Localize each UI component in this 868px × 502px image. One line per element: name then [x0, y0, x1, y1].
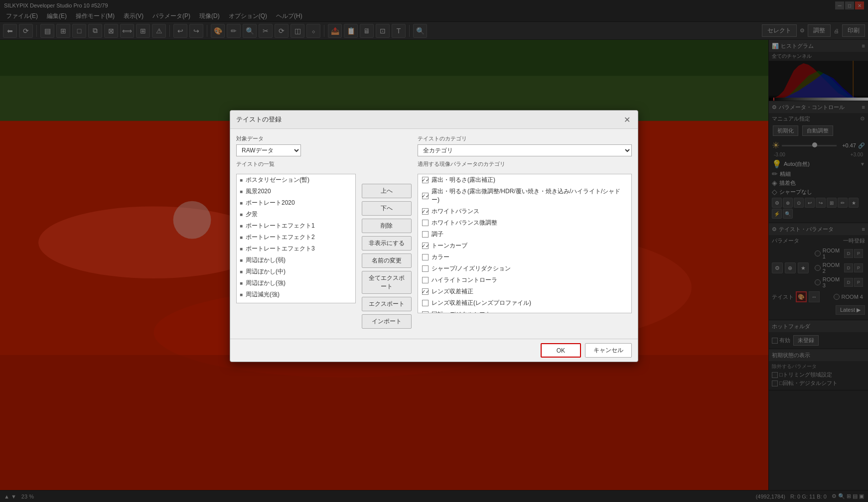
category-select[interactable]: 全カテゴリ	[418, 144, 632, 156]
cat-label-5: トーンカーブ	[432, 242, 467, 250]
cat-item-2[interactable]: ✓ ホワイトバランス	[418, 206, 631, 217]
cat-label-11: 回転・デジタルシフト	[432, 310, 491, 313]
cat-cb-7[interactable]	[422, 265, 429, 272]
cat-cb-8[interactable]	[422, 277, 429, 283]
delete-button[interactable]: 削除	[362, 219, 412, 233]
taste-item-7[interactable]: ■ 周辺ぼかし(弱)	[237, 254, 355, 266]
cancel-button[interactable]: キャンセル	[585, 343, 632, 358]
import-button[interactable]: インポート	[362, 314, 412, 329]
taste-list-label-col: テイストの一覧	[236, 160, 356, 170]
taste-item-2[interactable]: ■ ポートレート2020	[237, 197, 355, 209]
cat-item-3[interactable]: ホワイトバランス微調整	[418, 217, 631, 229]
apply-category-col: 適用する現像パラメータのカテゴリ	[418, 160, 632, 170]
export-all-button[interactable]: 全てエクスポート	[362, 271, 412, 294]
cat-label-9: レンズ収差補正	[432, 287, 473, 296]
taste-item-8[interactable]: ■ 周辺ぼかし(中)	[237, 266, 355, 277]
spacer-col	[362, 135, 412, 156]
cat-cb-10[interactable]	[422, 300, 429, 306]
dialog-main-row: ■ ポスタリゼーション(暫) ■ 風景2020 ■ ポートレート2020 ■	[236, 174, 632, 329]
cat-item-1[interactable]: ✓ 露出・明るさ(露出微調整/HDR/覆い焼き・焼き込み/ハイライト/シャドー)	[418, 186, 631, 206]
cat-label-0: 露出・明るさ(露出補正)	[432, 176, 495, 184]
dialog-close-button[interactable]: ✕	[622, 115, 632, 125]
taste-actions-col: 上へ 下へ 削除 非表示にする 名前の変更 全てエクスポート エクスポート イン…	[362, 174, 412, 329]
cat-item-9[interactable]: ✓ レンズ収差補正	[418, 286, 631, 297]
cat-label-10: レンズ収差補正(レンズプロファイル)	[432, 299, 531, 307]
bullet-9: ■	[240, 280, 243, 286]
target-data-label: 対象データ	[236, 135, 356, 142]
cat-cb-2[interactable]: ✓	[422, 208, 429, 215]
taste-list[interactable]: ■ ポスタリゼーション(暫) ■ 風景2020 ■ ポートレート2020 ■	[236, 174, 356, 303]
taste-item-3[interactable]: ■ 夕景	[237, 209, 355, 220]
dialog-labels-row: 対象データ RAWデータ テイストのカテゴリ 全カテゴリ	[236, 135, 632, 156]
cat-item-0[interactable]: ✓ 露出・明るさ(露出補正)	[418, 174, 631, 186]
dialog-titlebar: テイストの登録 ✕	[230, 111, 638, 129]
category-list[interactable]: ✓ 露出・明るさ(露出補正) ✓ 露出・明るさ(露出微調整/HDR/覆い焼き・焼…	[418, 174, 632, 313]
cat-label-3: ホワイトバランス微調整	[432, 219, 497, 227]
rename-button[interactable]: 名前の変更	[362, 253, 412, 268]
cat-cb-3[interactable]	[422, 220, 429, 226]
cat-cb-1[interactable]: ✓	[422, 193, 429, 199]
dialog-footer: OK キャンセル	[230, 339, 638, 362]
apply-category-label: 適用する現像パラメータのカテゴリ	[418, 160, 632, 168]
taste-list-label: テイストの一覧	[236, 160, 356, 168]
taste-item-9[interactable]: ■ 周辺ぼかし(強)	[237, 277, 355, 289]
cat-cb-5[interactable]: ✓	[422, 243, 429, 249]
bullet-4: ■	[240, 223, 243, 229]
cat-label-7: シャープ/ノイズリダクション	[432, 264, 511, 273]
cat-cb-11[interactable]	[422, 311, 429, 313]
bullet-3: ■	[240, 212, 243, 217]
bullet-1: ■	[240, 189, 243, 194]
taste-item-5[interactable]: ■ ポートレートエフェクト2	[237, 232, 355, 243]
up-button[interactable]: 上へ	[362, 184, 412, 198]
cat-cb-9[interactable]: ✓	[422, 288, 429, 295]
cat-cb-0[interactable]: ✓	[422, 177, 429, 183]
cat-item-11[interactable]: 回転・デジタルシフト	[418, 309, 631, 313]
bullet-5: ■	[240, 235, 243, 240]
down-button[interactable]: 下へ	[362, 201, 412, 216]
category-col-top: テイストのカテゴリ 全カテゴリ	[418, 135, 632, 156]
dialog-second-labels: テイストの一覧 適用する現像パラメータのカテゴリ	[236, 160, 632, 170]
cat-cb-4[interactable]	[422, 231, 429, 238]
taste-item-10[interactable]: ■ 周辺減光(強)	[237, 289, 355, 300]
cat-item-8[interactable]: ハイライトコントローラ	[418, 274, 631, 286]
category-list-col: ✓ 露出・明るさ(露出補正) ✓ 露出・明るさ(露出微調整/HDR/覆い焼き・焼…	[418, 174, 632, 329]
bullet-10: ■	[240, 292, 243, 297]
cat-label-8: ハイライトコントローラ	[432, 276, 497, 284]
bullet-2: ■	[240, 200, 243, 206]
dialog-body: 対象データ RAWデータ テイストのカテゴリ 全カテゴリ テイストの一覧	[230, 129, 638, 339]
target-data-select[interactable]: RAWデータ	[236, 144, 301, 156]
taste-item-11[interactable]: ■ 周辺減光(中)	[237, 300, 355, 303]
taste-list-col: ■ ポスタリゼーション(暫) ■ 風景2020 ■ ポートレート2020 ■	[236, 174, 356, 329]
cat-label-4: 調子	[432, 230, 443, 239]
cat-item-6[interactable]: カラー	[418, 251, 631, 263]
cat-item-10[interactable]: レンズ収差補正(レンズプロファイル)	[418, 297, 631, 309]
spacer-col2	[362, 160, 412, 170]
taste-item-4[interactable]: ■ ポートレートエフェクト1	[237, 220, 355, 232]
bullet-7: ■	[240, 257, 243, 263]
cat-item-7[interactable]: シャープ/ノイズリダクション	[418, 263, 631, 274]
cat-cb-6[interactable]	[422, 254, 429, 260]
cat-item-5[interactable]: ✓ トーンカーブ	[418, 240, 631, 251]
export-button[interactable]: エクスポート	[362, 297, 412, 311]
cat-label-1: 露出・明るさ(露出微調整/HDR/覆い焼き・焼き込み/ハイライト/シャドー)	[432, 187, 627, 204]
taste-item-6[interactable]: ■ ポートレートエフェクト3	[237, 243, 355, 254]
taste-item-0[interactable]: ■ ポスタリゼーション(暫)	[237, 174, 355, 186]
bullet-0: ■	[240, 177, 243, 183]
cat-label-2: ホワイトバランス	[432, 207, 479, 216]
dialog: テイストの登録 ✕ 対象データ RAWデータ テイストのカテゴリ 全カテゴリ	[230, 110, 638, 362]
hide-button[interactable]: 非表示にする	[362, 236, 412, 251]
dialog-title: テイストの登録	[236, 115, 282, 124]
category-label: テイストのカテゴリ	[418, 135, 632, 142]
taste-item-1[interactable]: ■ 風景2020	[237, 186, 355, 197]
modal-overlay: テイストの登録 ✕ 対象データ RAWデータ テイストのカテゴリ 全カテゴリ	[0, 0, 868, 502]
cat-label-6: カラー	[432, 253, 449, 261]
ok-button[interactable]: OK	[541, 343, 581, 358]
bullet-6: ■	[240, 246, 243, 251]
bullet-8: ■	[240, 269, 243, 274]
cat-item-4[interactable]: 調子	[418, 229, 631, 240]
target-data-col: 対象データ RAWデータ	[236, 135, 356, 156]
